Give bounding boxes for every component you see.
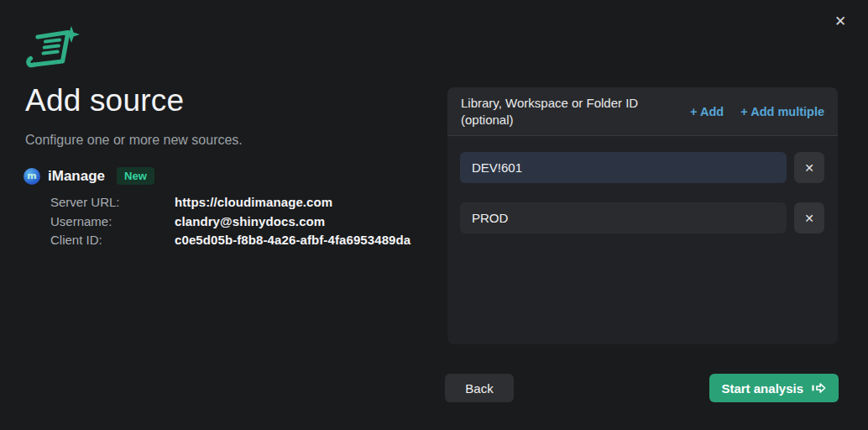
source-summary: m iManage New Server URL: https://cloudi… (24, 167, 426, 250)
library-id-panel: Library, Workspace or Folder ID (optiona… (447, 87, 838, 344)
back-button[interactable]: Back (445, 374, 514, 402)
detail-label: Server URL: (50, 193, 175, 212)
add-button[interactable]: + Add (690, 105, 724, 118)
library-id-input[interactable] (460, 152, 787, 183)
detail-row-client-id: Client ID: c0e5d05b-f8b8-4a26-afbf-4fa69… (50, 231, 426, 250)
id-entry-row: ✕ (460, 202, 824, 233)
new-badge: New (117, 167, 154, 185)
add-source-dialog: { "dialog": { "title": "Add source", "su… (0, 0, 868, 430)
add-multiple-button[interactable]: + Add multiple (740, 105, 824, 118)
shinydocs-logo-icon (25, 26, 82, 73)
close-icon[interactable]: ✕ (830, 11, 850, 31)
arrow-right-icon (811, 381, 827, 395)
start-analysis-button[interactable]: Start analysis (709, 374, 839, 402)
library-id-input[interactable] (460, 202, 787, 233)
page-title: Add source (25, 83, 184, 118)
remove-entry-icon[interactable]: ✕ (794, 202, 824, 233)
detail-value: https://cloudimanage.com (175, 193, 332, 212)
detail-row-username: Username: clandry@shinydocs.com (50, 212, 426, 232)
source-name: iManage (48, 168, 105, 185)
page-subtitle: Configure one or more new sources. (25, 133, 243, 148)
id-entry-row: ✕ (460, 152, 824, 183)
start-analysis-label: Start analysis (721, 381, 803, 396)
detail-label: Client ID: (50, 231, 175, 250)
detail-row-server-url: Server URL: https://cloudimanage.com (50, 193, 426, 212)
imanage-icon: m (24, 168, 40, 185)
detail-label: Username: (50, 212, 175, 232)
detail-value: clandry@shinydocs.com (175, 212, 325, 232)
library-id-panel-title: Library, Workspace or Folder ID (optiona… (461, 95, 681, 128)
library-id-panel-header: Library, Workspace or Folder ID (optiona… (447, 87, 838, 136)
detail-value: c0e5d05b-f8b8-4a26-afbf-4fa6953489da (175, 231, 410, 250)
remove-entry-icon[interactable]: ✕ (794, 152, 824, 183)
